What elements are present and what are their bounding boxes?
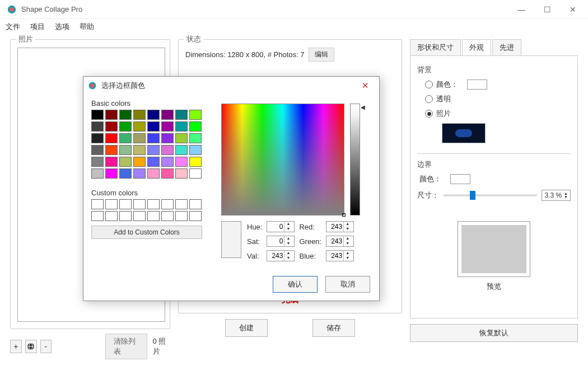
size-slider[interactable] <box>444 194 537 196</box>
basic-swatch[interactable] <box>133 121 146 132</box>
basic-swatch[interactable] <box>175 110 188 120</box>
add-photo-button[interactable]: + <box>10 340 22 353</box>
blue-input[interactable]: ▲▼ <box>326 250 354 261</box>
val-input[interactable]: ▲▼ <box>267 250 295 261</box>
save-button[interactable]: 储存 <box>312 319 355 337</box>
color-gradient-picker[interactable] <box>221 104 344 215</box>
clear-list-button[interactable]: 清除列表 <box>105 334 147 359</box>
basic-swatch[interactable] <box>161 157 174 167</box>
custom-swatch[interactable] <box>105 199 118 209</box>
basic-swatch[interactable] <box>189 157 202 167</box>
basic-swatch[interactable] <box>105 121 118 132</box>
custom-swatch[interactable] <box>133 199 146 209</box>
basic-swatch[interactable] <box>133 110 146 120</box>
basic-swatch[interactable] <box>91 110 104 120</box>
basic-swatch[interactable] <box>189 110 202 120</box>
basic-swatch[interactable] <box>119 121 132 132</box>
bg-color-radio[interactable] <box>425 81 433 88</box>
dialog-close-button[interactable]: ✕ <box>356 79 375 92</box>
remove-photo-button[interactable]: - <box>40 340 52 353</box>
basic-swatch[interactable] <box>105 157 118 167</box>
minimize-button[interactable]: ― <box>508 1 534 18</box>
custom-swatch[interactable] <box>147 199 160 209</box>
bg-transparent-radio[interactable] <box>425 95 433 103</box>
basic-swatch[interactable] <box>161 168 174 179</box>
basic-swatch[interactable] <box>147 121 160 132</box>
basic-swatch[interactable] <box>189 133 202 143</box>
basic-swatch[interactable] <box>161 110 174 120</box>
menu-project[interactable]: 项目 <box>30 22 45 32</box>
custom-swatch[interactable] <box>147 211 160 221</box>
close-button[interactable]: ✕ <box>560 1 586 18</box>
basic-swatch[interactable] <box>133 133 146 143</box>
custom-swatch[interactable] <box>91 199 104 209</box>
custom-swatch[interactable] <box>189 199 202 209</box>
basic-swatch[interactable] <box>189 168 202 179</box>
basic-swatch[interactable] <box>147 157 160 167</box>
custom-swatch[interactable] <box>119 211 132 221</box>
size-value-input[interactable]: 3.3 % ▲▼ <box>542 190 571 201</box>
basic-swatch[interactable] <box>175 121 188 132</box>
basic-swatch[interactable] <box>161 133 174 143</box>
custom-swatch[interactable] <box>161 199 174 209</box>
menu-help[interactable]: 帮助 <box>80 22 94 32</box>
sat-input[interactable]: ▲▼ <box>267 236 295 247</box>
custom-swatch[interactable] <box>175 211 188 221</box>
basic-swatch[interactable] <box>133 157 146 167</box>
basic-swatch[interactable] <box>91 168 104 179</box>
tab-advanced[interactable]: 先进 <box>492 39 521 56</box>
green-input[interactable]: ▲▼ <box>326 236 354 247</box>
basic-swatch[interactable] <box>119 145 132 155</box>
create-button[interactable]: 创建 <box>225 319 268 337</box>
basic-swatch[interactable] <box>147 110 160 120</box>
border-color-swatch[interactable] <box>450 174 470 184</box>
web-button[interactable] <box>25 340 37 353</box>
basic-swatch[interactable] <box>133 145 146 155</box>
basic-swatch[interactable] <box>119 168 132 179</box>
cancel-button[interactable]: 取消 <box>325 276 370 293</box>
basic-swatch[interactable] <box>189 121 202 132</box>
basic-swatch[interactable] <box>175 145 188 155</box>
custom-swatch[interactable] <box>105 211 118 221</box>
bg-photo-radio[interactable] <box>425 110 433 118</box>
tab-appearance[interactable]: 外观 <box>462 39 491 56</box>
red-input[interactable]: ▲▼ <box>326 221 354 232</box>
basic-swatch[interactable] <box>105 168 118 179</box>
basic-swatch[interactable] <box>91 121 104 132</box>
basic-swatch[interactable] <box>91 145 104 155</box>
basic-swatch[interactable] <box>147 168 160 179</box>
basic-swatch[interactable] <box>161 145 174 155</box>
basic-swatch[interactable] <box>105 110 118 120</box>
basic-swatch[interactable] <box>189 145 202 155</box>
edit-button[interactable]: 编辑 <box>309 48 334 62</box>
maximize-button[interactable]: ☐ <box>534 1 560 18</box>
custom-swatch[interactable] <box>119 199 132 209</box>
menu-file[interactable]: 文件 <box>6 22 20 32</box>
basic-swatch[interactable] <box>161 121 174 132</box>
basic-swatch[interactable] <box>105 133 118 143</box>
menu-options[interactable]: 选项 <box>55 22 69 32</box>
basic-swatch[interactable] <box>133 168 146 179</box>
basic-swatch[interactable] <box>119 157 132 167</box>
basic-swatch[interactable] <box>175 157 188 167</box>
bg-photo-thumb[interactable] <box>442 123 486 143</box>
ok-button[interactable]: 确认 <box>273 276 318 293</box>
basic-swatch[interactable] <box>119 133 132 143</box>
value-strip[interactable]: ◀ <box>350 104 360 215</box>
custom-swatch[interactable] <box>189 211 202 221</box>
basic-swatch[interactable] <box>147 145 160 155</box>
basic-swatch[interactable] <box>175 133 188 143</box>
basic-swatch[interactable] <box>175 168 188 179</box>
basic-swatch[interactable] <box>91 157 104 167</box>
basic-swatch[interactable] <box>105 145 118 155</box>
custom-swatch[interactable] <box>133 211 146 221</box>
custom-swatch[interactable] <box>161 211 174 221</box>
basic-swatch[interactable] <box>119 110 132 120</box>
bg-color-swatch[interactable] <box>467 79 487 90</box>
restore-defaults-button[interactable]: 恢复默认 <box>410 324 578 342</box>
tab-shape-size[interactable]: 形状和尺寸 <box>410 39 461 56</box>
basic-swatch[interactable] <box>147 133 160 143</box>
custom-swatch[interactable] <box>175 199 188 209</box>
custom-swatch[interactable] <box>91 211 104 221</box>
hue-input[interactable]: ▲▼ <box>267 221 295 232</box>
